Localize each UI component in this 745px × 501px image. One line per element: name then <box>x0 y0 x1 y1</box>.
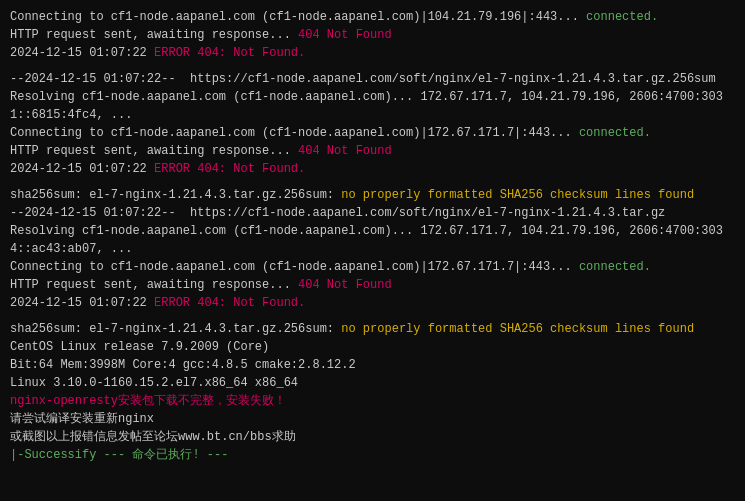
terminal-line: 请尝试编译安装重新nginx <box>10 410 735 428</box>
terminal-line: 2024-12-15 01:07:22 ERROR 404: Not Found… <box>10 160 735 178</box>
terminal-line <box>10 312 735 320</box>
terminal-line: HTTP request sent, awaiting response... … <box>10 26 735 44</box>
terminal-line: Connecting to cf1-node.aapanel.com (cf1-… <box>10 124 735 142</box>
terminal-line: Bit:64 Mem:3998M Core:4 gcc:4.8.5 cmake:… <box>10 356 735 374</box>
terminal-line: --2024-12-15 01:07:22-- https://cf1-node… <box>10 70 735 88</box>
terminal-line: HTTP request sent, awaiting response... … <box>10 276 735 294</box>
terminal-line: sha256sum: el-7-nginx-1.21.4.3.tar.gz.25… <box>10 320 735 338</box>
terminal-line: --2024-12-15 01:07:22-- https://cf1-node… <box>10 204 735 222</box>
terminal-line: nginx-openresty安装包下载不完整，安装失败！ <box>10 392 735 410</box>
terminal-line <box>10 178 735 186</box>
terminal-line: |-Successify --- 命令已执行! --- <box>10 446 735 464</box>
terminal-line: Connecting to cf1-node.aapanel.com (cf1-… <box>10 258 735 276</box>
terminal-line: HTTP request sent, awaiting response... … <box>10 142 735 160</box>
terminal-line: Resolving cf1-node.aapanel.com (cf1-node… <box>10 222 735 258</box>
terminal-line: sha256sum: el-7-nginx-1.21.4.3.tar.gz.25… <box>10 186 735 204</box>
terminal-output: Connecting to cf1-node.aapanel.com (cf1-… <box>10 8 735 464</box>
terminal-line: CentOS Linux release 7.9.2009 (Core) <box>10 338 735 356</box>
terminal-line <box>10 62 735 70</box>
terminal-line: 或截图以上报错信息发帖至论坛www.bt.cn/bbs求助 <box>10 428 735 446</box>
terminal-line: Linux 3.10.0-1160.15.2.el7.x86_64 x86_64 <box>10 374 735 392</box>
terminal-line: Resolving cf1-node.aapanel.com (cf1-node… <box>10 88 735 124</box>
terminal-window: Connecting to cf1-node.aapanel.com (cf1-… <box>0 0 745 501</box>
terminal-line: 2024-12-15 01:07:22 ERROR 404: Not Found… <box>10 294 735 312</box>
terminal-line: Connecting to cf1-node.aapanel.com (cf1-… <box>10 8 735 26</box>
terminal-line: 2024-12-15 01:07:22 ERROR 404: Not Found… <box>10 44 735 62</box>
